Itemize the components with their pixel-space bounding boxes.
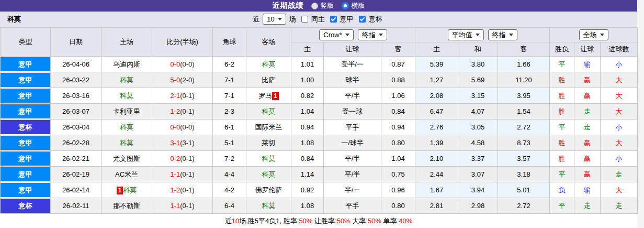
europe-home-odds-cell: 2.44 — [415, 167, 458, 182]
europe-away-odds-cell: 1.54 — [498, 104, 550, 120]
radio-horizontal-label[interactable]: 横版 — [352, 1, 365, 10]
recent-count-select[interactable]: 10 — [263, 14, 286, 25]
home-team-cell: 科莫 — [101, 120, 152, 135]
date-cell: 26-02-21 — [51, 151, 101, 167]
recent-label: 近 — [253, 15, 259, 24]
europe-home-odds-cell: 2.08 — [415, 88, 458, 104]
layout-radio-vertical[interactable]: 竖版 — [311, 1, 334, 10]
asia-away-odds-cell: 0.88 — [381, 72, 415, 88]
europe-home-odds-cell: 2.10 — [415, 151, 458, 167]
date-cell: 26-03-16 — [51, 88, 101, 104]
goals-result-cell: 小 — [601, 151, 638, 167]
asia-handicap-cell: 平手 — [324, 198, 381, 214]
score-cell: 1-1(0-1) — [152, 198, 213, 214]
europe-draw-odds-cell: 3.94 — [458, 182, 498, 198]
result-cell: 负 — [550, 182, 574, 198]
handicap-result-cell: 走 — [574, 104, 601, 120]
score-cell: 0-0(0-0) — [152, 120, 213, 135]
scope-select[interactable]: 全场 — [579, 29, 608, 40]
europe-draw-odds-cell: 3.37 — [458, 151, 498, 167]
col-header-away: 客场 — [246, 28, 291, 57]
europe-draw-odds-cell: 4.58 — [458, 135, 498, 151]
layout-radio-horizontal[interactable]: 横版 — [342, 1, 365, 10]
date-cell: 26-02-11 — [51, 198, 101, 214]
handicap-result-cell: 走 — [574, 198, 601, 214]
handicap-result-cell: 输 — [574, 182, 601, 198]
europe-draw-odds-cell: 3.05 — [458, 120, 498, 135]
league-type-cell: 意甲 — [1, 135, 51, 151]
europe-avg-select[interactable]: 平均值 — [448, 29, 484, 40]
handicap-result-cell: 走 — [574, 120, 601, 135]
league-badge: 意甲 — [1, 136, 50, 150]
europe-away-odds-cell: 8.73 — [498, 135, 550, 151]
table-row: 意甲26-04-06乌迪内斯0-0(0-0)6-2科莫1.01受半/一0.875… — [1, 57, 638, 72]
chevron-down-icon — [476, 34, 480, 36]
corner-cell: 2-3 — [213, 104, 246, 120]
radio-vertical-label[interactable]: 竖版 — [321, 1, 334, 10]
radio-selected-icon[interactable] — [342, 2, 349, 9]
away-team-cell: 莱切 — [246, 135, 291, 151]
coppa-italia-label[interactable]: 意杯 — [369, 15, 382, 24]
date-cell: 26-02-19 — [51, 167, 101, 182]
away-team-cell: 佛罗伦萨 — [246, 182, 291, 198]
europe-odds-group-header: 平均值 终指 — [415, 28, 550, 42]
score-cell: 1-1(0-1) — [152, 167, 213, 182]
serie-a-label[interactable]: 意甲 — [340, 15, 354, 24]
asia-away-odds-cell: 1.06 — [381, 88, 415, 104]
europe-final-select[interactable]: 终指 — [488, 29, 517, 40]
matches-label: 场 — [289, 15, 296, 24]
date-cell: 26-03-07 — [51, 104, 101, 120]
recent-count-value: 10 — [267, 15, 274, 23]
asia-handicap-cell: 球半 — [324, 72, 381, 88]
serie-a-checkbox[interactable] — [330, 16, 337, 23]
asia-home-odds-cell: 1.08 — [291, 135, 324, 151]
asia-home-odds-cell: 0.84 — [291, 151, 324, 167]
asia-away-odds-cell: 0.87 — [381, 57, 415, 72]
away-team-cell: 科莫 — [246, 104, 291, 120]
date-cell: 26-02-14 — [51, 182, 101, 198]
handicap-result-cell: 赢 — [574, 167, 601, 182]
rank-badge: 1 — [117, 187, 123, 194]
col-header-handicap-result: 让球 — [574, 42, 601, 57]
league-badge: 意甲 — [1, 151, 50, 166]
league-type-cell: 意甲 — [1, 182, 51, 198]
chevron-down-icon — [345, 34, 349, 36]
same-home-checkbox[interactable] — [301, 16, 308, 23]
asia-away-odds-cell: 1.04 — [381, 151, 415, 167]
goals-result-cell: 小 — [601, 120, 638, 135]
radio-unselected-icon[interactable] — [311, 3, 318, 9]
goals-result-cell: 大 — [601, 135, 638, 151]
result-cell: 平 — [550, 167, 574, 182]
score-cell: 0-0(0-0) — [152, 57, 213, 72]
same-home-label[interactable]: 同主 — [311, 15, 325, 24]
result-cell: 平 — [550, 120, 574, 135]
goals-result-cell: 大 — [601, 72, 638, 88]
asia-company-select[interactable]: Crow* — [319, 29, 353, 40]
home-team-cell: 卡利亚里 — [101, 104, 152, 120]
home-team-cell: 科莫 — [101, 88, 152, 104]
table-row: 意甲26-02-19AC米兰1-1(0-1)4-4科莫1.14平/半0.752.… — [1, 167, 638, 182]
away-team-cell: 科莫 — [246, 57, 291, 72]
asia-away-odds-cell: 0.84 — [381, 104, 415, 120]
col-header-type: 类型 — [1, 28, 51, 57]
score-cell: 1-2(0-1) — [152, 104, 213, 120]
chevron-down-icon — [379, 34, 383, 36]
asia-final-select[interactable]: 终指 — [358, 29, 387, 40]
europe-home-odds-cell: 2.76 — [415, 120, 458, 135]
goals-result-cell: 大 — [601, 104, 638, 120]
result-cell: 胜 — [550, 104, 574, 120]
asia-away-odds-cell: 0.80 — [381, 198, 415, 214]
asia-odds-group-header: Crow* 终指 — [291, 28, 415, 42]
col-header-date: 日期 — [51, 28, 101, 57]
score-cell: 1-2(0-1) — [152, 182, 213, 198]
score-cell: 3-1(3-1) — [152, 135, 213, 151]
handicap-result-cell: 赢 — [574, 151, 601, 167]
league-type-cell: 意甲 — [1, 72, 51, 88]
europe-away-odds-cell: 3.18 — [498, 167, 550, 182]
coppa-italia-checkbox[interactable] — [359, 16, 366, 23]
date-cell: 26-03-22 — [51, 72, 101, 88]
asia-home-odds-cell: 1.08 — [291, 198, 324, 214]
corner-cell: 6-4 — [213, 198, 246, 214]
filter-bar: 科莫 近 10 场 同主 意甲 意杯 — [0, 12, 637, 27]
col-header-asia-away: 客 — [381, 42, 415, 57]
